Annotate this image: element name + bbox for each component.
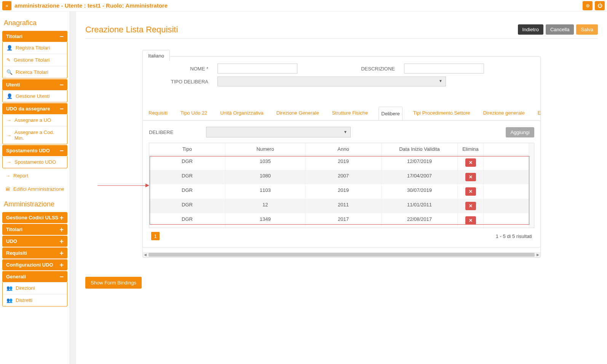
tab-strutture-fisiche[interactable]: Strutture Fisiche: [330, 106, 371, 120]
sidebar-scrollbar[interactable]: [70, 11, 76, 364]
sidebar-item-report[interactable]: →Report: [2, 170, 67, 182]
sidebar-item-edifici[interactable]: 🏛Edifici Amministrazione: [2, 183, 67, 195]
delete-row-button[interactable]: ✕: [465, 158, 476, 167]
delete-row-button[interactable]: ✕: [465, 202, 476, 210]
table-row: DGR1080200717/04/2007✕: [149, 170, 529, 184]
close-icon: ✕: [469, 218, 473, 223]
sidebar-item-assegnare-uo[interactable]: →Assegnare a UO: [3, 114, 67, 126]
cell-anno: 2017: [305, 213, 382, 228]
sidebar-item-distretti[interactable]: 👥Distretti: [3, 294, 67, 306]
description-label: DESCRIZIONE: [355, 66, 404, 72]
accordion-udo-assegnare[interactable]: UDO da assegnare−: [2, 103, 67, 114]
close-icon: ✕: [469, 189, 473, 194]
tab-unita-organizzativa[interactable]: Unità Organizzativa: [218, 106, 265, 120]
building-icon: 🏛: [5, 186, 10, 192]
tab-delibere[interactable]: Delibere: [379, 107, 402, 120]
form-card: Italiano NOME * DESCRIZIONE TIPO DELIBER…: [142, 56, 541, 258]
users-icon: 👥: [6, 285, 13, 291]
cell-anno: 2011: [305, 199, 382, 213]
save-button[interactable]: Salva: [576, 24, 598, 35]
cell-numero: 1349: [225, 213, 305, 228]
globe-button[interactable]: ⊕: [583, 1, 593, 10]
sidebar-item-spostamento-udo[interactable]: →Spostamento UDO: [3, 156, 67, 168]
logout-button[interactable]: ⏻: [595, 1, 605, 10]
accordion-spostamento-udo[interactable]: Spostamento UDO−: [2, 145, 67, 156]
col-header-anno[interactable]: Anno: [305, 143, 382, 155]
name-input[interactable]: [217, 64, 297, 73]
user-plus-icon: 👤: [6, 45, 13, 51]
page-1-button[interactable]: 1: [151, 232, 160, 240]
sidebar: Anagrafica Titolari− 👤Registra Titolari …: [0, 11, 70, 364]
tab-bar: Requisiti Tipo Udo 22 Unità Organizzativ…: [142, 106, 541, 120]
accordion-udo[interactable]: UDO+: [2, 236, 67, 247]
users-icon: 👥: [6, 297, 13, 303]
show-form-bindings-button[interactable]: Show Form Bindings: [85, 277, 142, 289]
close-icon: ✕: [469, 203, 473, 209]
delete-row-button[interactable]: ✕: [465, 187, 476, 196]
horizontal-scrollbar[interactable]: [143, 252, 540, 257]
accordion-titolari-2[interactable]: Titolari+: [2, 224, 67, 235]
col-header-data[interactable]: Data Inizio Validita: [382, 143, 458, 155]
table-row: DGR1035201912/07/2019✕: [149, 155, 529, 170]
accordion-configurazioni-udo[interactable]: Configurazioni UDO+: [2, 259, 67, 270]
cancel-button[interactable]: Cancella: [546, 24, 574, 35]
arrow-right-icon: →: [6, 133, 11, 138]
tab-tipi-procedimento-settore[interactable]: Tipi Procedimento Settore: [411, 106, 473, 120]
tipo-delibera-select[interactable]: [217, 77, 446, 86]
accordion-codici-ulss[interactable]: Gestione Codici ULSS+: [2, 212, 67, 223]
language-tab-italiano[interactable]: Italiano: [142, 50, 170, 61]
delete-row-button[interactable]: ✕: [465, 216, 476, 225]
tab-content-delibere: DELIBERE Aggiungi Tipo Numero Anno: [142, 120, 541, 247]
sidebar-item-ricerca-titolari[interactable]: 🔍Ricerca Titolari: [3, 66, 67, 78]
col-header-tipo[interactable]: Tipo: [149, 143, 225, 155]
arrow-right-icon: →: [6, 159, 11, 165]
power-icon: ⏻: [597, 3, 602, 8]
delibere-select[interactable]: [206, 127, 351, 137]
table-row: DGR1103201930/07/2019✕: [149, 184, 529, 199]
sidebar-item-gestione-titolari[interactable]: ✎Gestione Titolari: [3, 54, 67, 66]
cell-numero: 12: [225, 199, 305, 213]
minus-icon: −: [59, 35, 64, 38]
tab-direzione-generale[interactable]: Direzione Generale: [274, 106, 321, 120]
cell-data: 17/04/2007: [382, 170, 458, 184]
delete-row-button[interactable]: ✕: [465, 173, 476, 181]
tab-tipo-udo-22[interactable]: Tipo Udo 22: [178, 106, 209, 120]
add-button[interactable]: Aggiungi: [506, 127, 534, 137]
plus-icon: +: [59, 263, 64, 267]
col-header-numero[interactable]: Numero: [225, 143, 305, 155]
plus-icon: +: [59, 228, 64, 231]
minus-icon: −: [59, 275, 64, 279]
cell-anno: 2007: [305, 170, 382, 184]
sidebar-item-direzioni[interactable]: 👥Direzioni: [3, 282, 67, 294]
sidebar-section-amministrazione: Amministrazione: [4, 200, 67, 208]
results-summary: 1 - 5 di 5 risultati: [496, 233, 532, 239]
accordion-requisiti[interactable]: Requisiti+: [2, 247, 67, 259]
accordion-titolari[interactable]: Titolari−: [2, 31, 67, 42]
cell-data: 11/01/2011: [382, 199, 458, 213]
back-button[interactable]: Indietro: [518, 24, 543, 35]
sidebar-item-assegnare-cod-min[interactable]: →Assegnare a Cod. Min.: [3, 126, 67, 144]
name-label: NOME *: [157, 66, 217, 72]
grid-vertical-scrollbar[interactable]: [529, 143, 534, 228]
tipo-delibera-label: TIPO DELIBERA: [157, 79, 217, 85]
delibere-label: DELIBERE: [149, 129, 198, 135]
sidebar-toggle-button[interactable]: «: [2, 1, 11, 10]
tab-direzione-generale-2[interactable]: Direzione generale: [481, 106, 527, 120]
minus-icon: −: [59, 149, 64, 153]
close-icon: ✕: [469, 160, 473, 165]
tab-requisiti[interactable]: Requisiti: [146, 106, 170, 120]
cell-data: 12/07/2019: [382, 155, 458, 170]
sidebar-item-gestione-utenti[interactable]: 👤Gestione Utenti: [3, 90, 67, 102]
cell-data: 22/08/2017: [382, 213, 458, 228]
accordion-utenti[interactable]: Utenti−: [2, 79, 67, 90]
sidebar-item-registra-titolari[interactable]: 👤Registra Titolari: [3, 42, 67, 54]
tab-edifi[interactable]: Edifi: [535, 106, 541, 120]
close-icon: ✕: [469, 174, 473, 180]
cell-tipo: DGR: [149, 155, 225, 170]
user-icon: 👤: [6, 93, 13, 99]
topbar: « amministrazione - Utente : test1 - Ruo…: [0, 0, 607, 11]
description-input[interactable]: [404, 64, 484, 73]
accordion-generali[interactable]: Generali−: [2, 271, 67, 282]
main-title: Creazione Lista Requisiti: [85, 25, 178, 35]
table-row: DGR1349201722/08/2017✕: [149, 213, 529, 228]
